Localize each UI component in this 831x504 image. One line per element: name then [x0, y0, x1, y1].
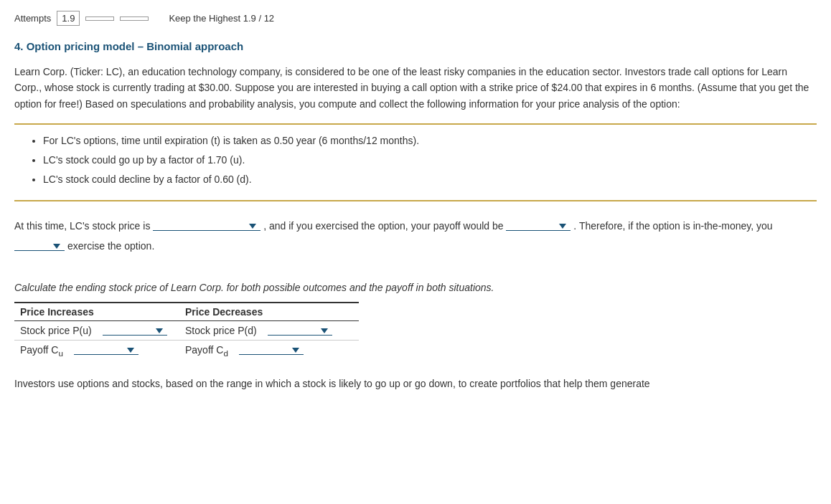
table-row: Stock price P(u) Stock price P(d): [14, 321, 359, 341]
question-body-text: Learn Corp. (Ticker: LC), an education t…: [14, 64, 817, 112]
row2-col1-label: Payoff Cu: [20, 344, 63, 356]
col2-header: Price Decreases: [179, 303, 359, 321]
row1-col1-label: Stock price P(u): [20, 325, 92, 336]
table-row: Payoff Cu Payoff Cd: [14, 341, 359, 361]
row2-col2: Payoff Cd: [179, 341, 359, 361]
info-box: For LC's options, time until expiration …: [14, 123, 817, 201]
dropdown-payoff-cu[interactable]: [74, 346, 138, 355]
instruction-text: Calculate the ending stock price of Lear…: [14, 282, 817, 293]
dropdown-stock-pu[interactable]: [103, 327, 167, 336]
row2-col2-label: Payoff Cd: [185, 344, 228, 356]
keep-highest-label: Keep the Highest 1.9 / 12: [169, 13, 274, 24]
keep-highest-value: 1.9 / 12: [243, 13, 274, 24]
dropdown-payoff-cd[interactable]: [239, 346, 304, 355]
sentence-block: At this time, LC's stock price is , and …: [14, 216, 817, 256]
sentence1-part3: . Therefore, if the option is in-the-mon…: [573, 220, 772, 232]
dropdown-exercise[interactable]: [14, 242, 65, 251]
sentence1-part4: exercise the option.: [67, 240, 154, 252]
dropdown-exercise-arrow: [53, 244, 60, 249]
dropdown-payoff-cu-arrow: [127, 348, 134, 353]
bullet-item-2: LC's stock could go up by a factor of 1.…: [43, 153, 802, 168]
bullet-item-3: LC's stock could decline by a factor of …: [43, 172, 802, 187]
top-bar: Attempts 1.9 Keep the Highest 1.9 / 12: [14, 11, 817, 26]
table-section: Price Increases Price Decreases Stock pr…: [14, 302, 817, 361]
question-number: 4.: [14, 40, 24, 52]
sentence1-part2: , and if you exercised the option, your …: [263, 220, 503, 232]
score-box-1: [85, 16, 114, 21]
dropdown-stock-pd-arrow: [321, 328, 328, 333]
sentence1-part1: At this time, LC's stock price is: [14, 220, 150, 232]
bullet-item-1: For LC's options, time until expiration …: [43, 133, 802, 148]
attempts-label: Attempts: [14, 13, 51, 24]
price-table: Price Increases Price Decreases Stock pr…: [14, 302, 359, 361]
row2-col1: Payoff Cu: [14, 341, 179, 361]
dropdown-payoff-cd-arrow: [292, 348, 299, 353]
footer-text: Investors use options and stocks, based …: [14, 376, 817, 391]
bullet-list: For LC's options, time until expiration …: [29, 133, 802, 187]
attempts-value: 1.9: [57, 11, 80, 26]
row1-col1: Stock price P(u): [14, 321, 179, 341]
row1-col2-label: Stock price P(d): [185, 325, 257, 336]
dropdown-stock-price[interactable]: [153, 222, 260, 231]
dropdown-payoff-arrow: [559, 224, 566, 229]
row1-col2: Stock price P(d): [179, 321, 359, 341]
dropdown-payoff[interactable]: [506, 222, 571, 231]
keep-highest-text: Keep the Highest: [169, 13, 240, 24]
dropdown-stock-pd[interactable]: [268, 327, 332, 336]
score-box-2: [120, 16, 149, 21]
question-title: 4. Option pricing model – Binomial appro…: [14, 40, 817, 52]
dropdown-stock-pu-arrow: [156, 328, 163, 333]
dropdown-stock-price-arrow: [249, 224, 256, 229]
col1-header: Price Increases: [14, 303, 179, 321]
question-title-text: Option pricing model – Binomial approach: [27, 40, 244, 52]
